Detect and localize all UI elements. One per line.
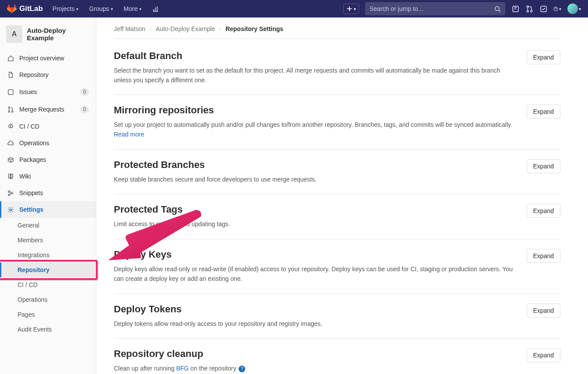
- sidebar-item-label: Repository: [19, 71, 49, 78]
- chevron-down-icon: ▾: [559, 7, 561, 11]
- scissors-icon: [7, 189, 14, 196]
- settings-section: Default BranchSelect the branch you want…: [114, 41, 560, 95]
- mr-count-badge: 0: [80, 105, 89, 113]
- annotation-highlight: [0, 260, 98, 280]
- settings-section: Protected BranchesKeep stable branches s…: [114, 150, 560, 195]
- issues-icon[interactable]: [511, 5, 519, 13]
- breadcrumb-current: Repository Settings: [225, 25, 283, 32]
- svg-point-4: [530, 10, 532, 12]
- sidebar-item-label: Project overview: [19, 55, 64, 62]
- sidebar-item-label: Snippets: [19, 189, 43, 196]
- sidebar-item-merge-requests[interactable]: Merge Requests 0: [0, 101, 96, 118]
- nav-groups[interactable]: Groups▾: [85, 3, 117, 15]
- breadcrumb-project[interactable]: Auto-Deploy Example: [156, 25, 215, 32]
- sidebar-item-label: Operations: [19, 140, 49, 147]
- chart-icon: [152, 5, 159, 12]
- sidebar-item-label: Wiki: [19, 173, 31, 180]
- settings-section: Protected TagsLimit access to creating a…: [114, 194, 560, 239]
- chevron-down-icon: ▾: [354, 7, 356, 11]
- sidebar-item-label: CI / CD: [19, 123, 39, 130]
- section-link[interactable]: Read more: [114, 131, 144, 138]
- chevron-down-icon: ▾: [76, 7, 78, 11]
- project-name: Auto-Deploy Example: [27, 27, 90, 42]
- section-title: Protected Tags: [114, 204, 518, 215]
- expand-button[interactable]: Expand: [527, 304, 560, 318]
- settings-section: Mirroring repositoriesSet up your projec…: [114, 95, 560, 149]
- svg-point-14: [10, 209, 11, 210]
- sidebar-item-overview[interactable]: Project overview: [0, 50, 96, 66]
- svg-point-8: [8, 107, 10, 108]
- sub-item-members[interactable]: Members: [0, 233, 96, 248]
- sidebar-item-label: Merge Requests: [19, 106, 64, 113]
- svg-point-13: [8, 194, 10, 196]
- section-description: Deploy tokens allow read-only access to …: [114, 319, 518, 329]
- expand-button[interactable]: Expand: [527, 249, 560, 263]
- issues-icon: [7, 88, 14, 95]
- sidebar-item-operations[interactable]: Operations: [0, 135, 96, 151]
- sidebar-item-packages[interactable]: Packages: [0, 151, 96, 168]
- svg-point-11: [10, 125, 11, 126]
- expand-button[interactable]: Expand: [527, 105, 560, 119]
- chevron-down-icon: ▾: [111, 7, 113, 11]
- expand-button[interactable]: Expand: [527, 204, 560, 218]
- chevron-down-icon: ▾: [139, 7, 141, 11]
- section-description: Clean up after running BFG on the reposi…: [114, 364, 518, 374]
- sidebar-item-snippets[interactable]: Snippets: [0, 185, 96, 201]
- settings-section: Deploy TokensDeploy tokens allow read-on…: [114, 294, 560, 339]
- section-link[interactable]: BFG: [176, 365, 189, 372]
- main-content: Jeff Matson › Auto-Deploy Example › Repo…: [96, 17, 578, 374]
- search-box[interactable]: [365, 2, 505, 15]
- settings-section: Deploy KeysDeploy keys allow read-only o…: [114, 239, 560, 294]
- todos-icon[interactable]: [539, 5, 547, 13]
- sidebar-item-wiki[interactable]: Wiki: [0, 168, 96, 185]
- issues-count-badge: 0: [80, 88, 89, 96]
- sidebar-item-settings[interactable]: Settings: [0, 201, 96, 218]
- sub-item-general[interactable]: General: [0, 218, 96, 233]
- svg-point-10: [11, 111, 13, 112]
- search-icon: [494, 6, 501, 12]
- help-icon[interactable]: ▾: [553, 5, 561, 13]
- chevron-down-icon: ▾: [579, 7, 581, 11]
- user-menu[interactable]: ▾: [567, 3, 581, 14]
- help-icon[interactable]: ?: [239, 366, 245, 372]
- sub-item-audit-events[interactable]: Audit Events: [0, 322, 96, 337]
- section-description: Set up your project to automatically pus…: [114, 120, 518, 139]
- sub-item-pages[interactable]: Pages: [0, 307, 96, 322]
- tanuki-icon: [7, 4, 17, 14]
- nav-activity[interactable]: [148, 3, 163, 15]
- svg-point-12: [8, 190, 10, 192]
- svg-point-2: [527, 6, 528, 7]
- merge-requests-icon[interactable]: [525, 5, 533, 13]
- sidebar-item-repository[interactable]: Repository: [0, 66, 96, 83]
- gitlab-logo[interactable]: GitLab: [7, 4, 43, 14]
- sidebar: A Auto-Deploy Example Project overview R…: [0, 17, 96, 374]
- expand-button[interactable]: Expand: [527, 50, 560, 64]
- svg-rect-7: [8, 89, 13, 94]
- search-input[interactable]: [370, 5, 494, 12]
- sidebar-item-label: Packages: [19, 156, 46, 163]
- book-icon: [7, 173, 14, 180]
- section-title: Protected Branches: [114, 159, 518, 171]
- rocket-icon: [7, 123, 14, 130]
- nav-projects[interactable]: Projects▾: [48, 3, 83, 15]
- svg-point-0: [495, 6, 499, 10]
- nav-more[interactable]: More▾: [119, 3, 146, 15]
- home-icon: [7, 55, 14, 62]
- package-icon: [7, 156, 14, 163]
- nav-left: Projects▾ Groups▾ More▾: [48, 3, 163, 15]
- breadcrumb-owner[interactable]: Jeff Matson: [114, 25, 145, 32]
- sidebar-item-label: Issues: [19, 88, 37, 95]
- sub-item-operations[interactable]: Operations: [0, 292, 96, 307]
- section-description: Keep stable branches secure and force de…: [114, 175, 518, 185]
- project-header[interactable]: A Auto-Deploy Example: [0, 21, 96, 47]
- section-description: Deploy keys allow read-only or read-writ…: [114, 265, 518, 283]
- expand-button[interactable]: Expand: [527, 348, 560, 362]
- merge-icon: [7, 106, 14, 113]
- section-title: Mirroring repositories: [114, 105, 518, 116]
- brand-text: GitLab: [19, 4, 43, 13]
- expand-button[interactable]: Expand: [527, 159, 560, 173]
- sidebar-item-cicd[interactable]: CI / CD: [0, 118, 96, 135]
- new-button[interactable]: ▾: [343, 3, 359, 14]
- sidebar-item-label: Settings: [19, 206, 43, 213]
- sidebar-item-issues[interactable]: Issues 0: [0, 83, 96, 101]
